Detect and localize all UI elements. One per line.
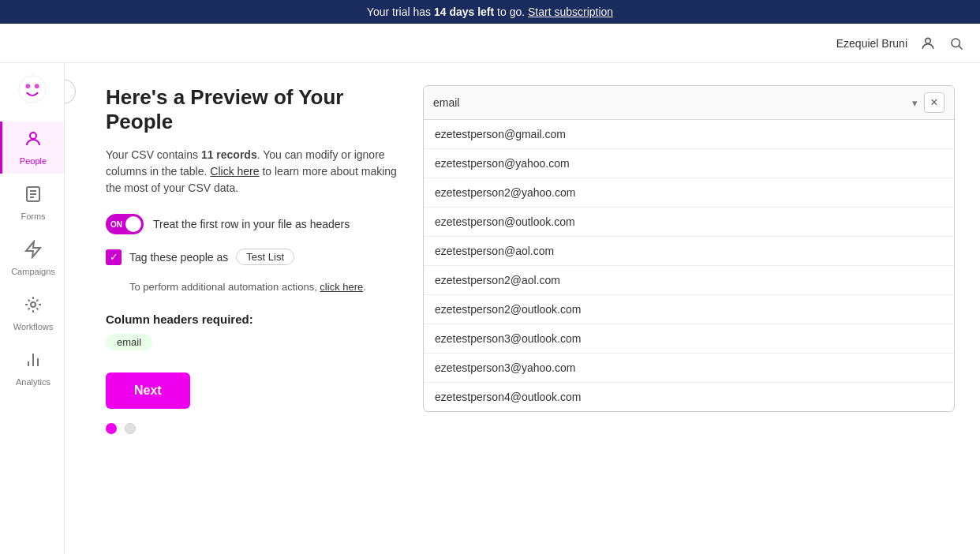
- main-layout: People Forms Campaigns Workflows Analyti…: [0, 63, 980, 554]
- sidebar-item-forms-label: Forms: [21, 211, 45, 221]
- sidebar-item-campaigns-label: Campaigns: [11, 267, 55, 276]
- workflows-icon: [24, 295, 43, 319]
- table-row: ezetestperson3@yahoo.com: [424, 354, 954, 383]
- email-badge: email: [106, 334, 152, 350]
- table-row: ezetestperson@gmail.com: [424, 120, 954, 149]
- toggle-description: Treat the first row in your file as head…: [153, 218, 350, 230]
- user-icon[interactable]: [917, 32, 939, 54]
- table-row: ezetestperson2@outlook.com: [424, 295, 954, 324]
- tag-checkbox-row: ✓ Tag these people as Test List: [106, 249, 398, 265]
- svg-point-6: [30, 133, 36, 139]
- svg-point-4: [25, 84, 30, 88]
- sidebar-item-forms[interactable]: Forms: [0, 177, 64, 229]
- table-row: ezetestperson3@outlook.com: [424, 324, 954, 354]
- table-row: ezetestperson2@aol.com: [424, 266, 954, 295]
- chevron-down-icon: ▾: [912, 97, 918, 109]
- sidebar-item-analytics-label: Analytics: [16, 377, 50, 387]
- column-headers-label: Column headers required:: [106, 313, 398, 326]
- svg-marker-11: [26, 241, 40, 257]
- dot-1-active: [106, 423, 117, 434]
- trial-banner: Your trial has 14 days left to go. Start…: [0, 0, 980, 24]
- search-icon[interactable]: [945, 32, 967, 54]
- table-row: ezetestperson@outlook.com: [424, 208, 954, 237]
- left-panel: Here's a Preview of YourPeople Your CSV …: [90, 85, 398, 532]
- header-bar: Ezequiel Bruni: [0, 24, 980, 63]
- back-arrow-button[interactable]: ‹: [65, 79, 76, 104]
- start-subscription-link[interactable]: Start subscription: [528, 6, 613, 18]
- table-row: ezetestperson@aol.com: [424, 237, 954, 266]
- dot-2-inactive: [125, 423, 136, 434]
- svg-point-1: [952, 39, 960, 47]
- next-button[interactable]: Next: [106, 372, 190, 409]
- content-inner: ‹ Here's a Preview of YourPeople Your CS…: [65, 63, 980, 554]
- automation-click-here-link[interactable]: click here: [320, 281, 363, 293]
- checkbox-label: Tag these people as: [129, 251, 228, 264]
- tag-checkbox[interactable]: ✓: [106, 249, 122, 265]
- record-count: 11 records: [201, 148, 257, 161]
- table-rows-container: ezetestperson@gmail.comezetestperson@yah…: [424, 120, 954, 411]
- forms-icon: [24, 185, 43, 208]
- page-title: Here's a Preview of YourPeople: [106, 85, 398, 134]
- user-name: Ezequiel Bruni: [836, 37, 907, 50]
- banner-text: Your trial has 14 days left to go. Start…: [367, 6, 613, 18]
- progress-dots: [106, 423, 398, 434]
- svg-point-5: [34, 84, 39, 88]
- click-here-link[interactable]: Click here: [210, 165, 259, 178]
- content-area: ‹ Here's a Preview of YourPeople Your CS…: [65, 63, 980, 554]
- svg-point-3: [18, 76, 45, 103]
- table-row: ezetestperson2@yahoo.com: [424, 178, 954, 208]
- svg-point-0: [926, 38, 931, 43]
- sidebar-item-workflows-label: Workflows: [13, 322, 54, 331]
- sidebar-item-workflows[interactable]: Workflows: [0, 287, 64, 339]
- header-icons: [917, 32, 967, 54]
- close-column-button[interactable]: ×: [924, 92, 944, 113]
- analytics-icon: [24, 350, 43, 374]
- sidebar-item-analytics[interactable]: Analytics: [0, 343, 64, 395]
- svg-line-2: [959, 46, 962, 49]
- table-row: ezetestperson@yahoo.com: [424, 149, 954, 178]
- campaigns-icon: [24, 240, 43, 264]
- toggle-knob: [125, 216, 141, 232]
- people-icon: [24, 129, 43, 153]
- svg-point-12: [31, 302, 36, 307]
- sidebar-item-people[interactable]: People: [0, 122, 64, 174]
- tag-pill[interactable]: Test List: [236, 249, 294, 265]
- column-selector[interactable]: email: [433, 96, 906, 109]
- headers-toggle[interactable]: ON: [106, 214, 144, 234]
- toggle-row: ON Treat the first row in your file as h…: [106, 214, 398, 234]
- automation-note: To perform additional automation actions…: [129, 279, 398, 295]
- description-text: Your CSV contains 11 records. You can mo…: [106, 147, 398, 197]
- toggle-on-label: ON: [110, 220, 122, 229]
- sidebar-item-people-label: People: [20, 156, 47, 166]
- sidebar: People Forms Campaigns Workflows Analyti…: [0, 63, 65, 554]
- sidebar-item-campaigns[interactable]: Campaigns: [0, 232, 64, 284]
- table-header: email ▾ ×: [424, 86, 954, 120]
- table-row: ezetestperson4@outlook.com: [424, 383, 954, 411]
- logo[interactable]: [16, 73, 49, 106]
- email-table: email ▾ × ezetestperson@gmail.comezetest…: [423, 85, 955, 412]
